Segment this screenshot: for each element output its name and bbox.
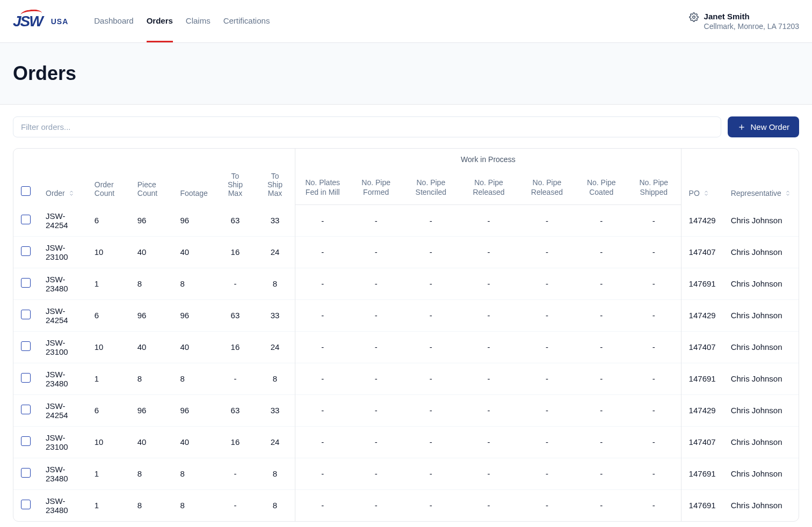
col-pipe-released-2: No. Pipe Released — [518, 170, 576, 205]
cell-piece-count: 96 — [130, 299, 173, 331]
table-row[interactable]: JSW-23480 1 8 8 - 8 - - - - - - - 147691… — [13, 489, 799, 521]
cell-wip: - — [518, 458, 576, 489]
col-po: PO — [689, 189, 700, 197]
col-order-sort[interactable]: Order — [46, 189, 75, 197]
table-row[interactable]: JSW-23100 10 40 40 16 24 - - - - - - - 1… — [13, 236, 799, 268]
cell-wip: - — [402, 205, 460, 237]
table-footer: 0 of 100 row(s) selected. Rows per page … — [13, 522, 799, 527]
nav-item-dashboard[interactable]: Dashboard — [94, 0, 133, 42]
cell-ship1: 16 — [215, 331, 255, 363]
cell-wip: - — [350, 363, 402, 394]
cell-wip: - — [576, 236, 627, 268]
table-row[interactable]: JSW-24254 6 96 96 63 33 - - - - - - - 14… — [13, 394, 799, 426]
cell-wip: - — [518, 363, 576, 394]
cell-wip: - — [627, 205, 681, 237]
col-pipe-shipped: No. Pipe Shipped — [627, 170, 681, 205]
logo-sub-text: USA — [51, 17, 69, 26]
cell-wip: - — [518, 299, 576, 331]
plus-icon — [737, 123, 746, 131]
cell-footage: 96 — [172, 205, 215, 237]
cell-wip: - — [576, 363, 627, 394]
cell-ship1: - — [215, 268, 255, 299]
page-title: Orders — [13, 62, 799, 85]
cell-rep: Chris Johnson — [723, 205, 799, 237]
cell-ship2: 33 — [255, 299, 295, 331]
cell-wip: - — [627, 489, 681, 521]
col-plates-fed: No. Plates Fed in Mill — [295, 170, 350, 205]
cell-wip: - — [350, 426, 402, 458]
cell-wip: - — [627, 394, 681, 426]
cell-piece-count: 8 — [130, 458, 173, 489]
nav-item-certifications[interactable]: Certifications — [223, 0, 270, 42]
new-order-button[interactable]: New Order — [728, 116, 799, 137]
col-pipe-stenciled: No. Pipe Stenciled — [402, 170, 460, 205]
cell-wip: - — [460, 268, 518, 299]
table-row[interactable]: JSW-23480 1 8 8 - 8 - - - - - - - 147691… — [13, 363, 799, 394]
cell-wip: - — [350, 331, 402, 363]
row-checkbox[interactable] — [21, 500, 31, 509]
cell-wip: - — [576, 205, 627, 237]
cell-po: 147429 — [681, 299, 723, 331]
orders-table: Order Order Count Piece Count Footage To… — [13, 149, 799, 521]
cell-wip: - — [402, 426, 460, 458]
row-checkbox[interactable] — [21, 246, 31, 256]
cell-wip: - — [402, 458, 460, 489]
logo-brand: JSW — [13, 13, 42, 30]
cell-wip: - — [518, 489, 576, 521]
row-checkbox[interactable] — [21, 373, 31, 383]
row-checkbox[interactable] — [21, 436, 31, 446]
cell-footage: 8 — [172, 458, 215, 489]
col-pipe-released-1: No. Pipe Released — [460, 170, 518, 205]
table-row[interactable]: JSW-23100 10 40 40 16 24 - - - - - - - 1… — [13, 331, 799, 363]
cell-footage: 96 — [172, 394, 215, 426]
cell-wip: - — [460, 394, 518, 426]
row-checkbox[interactable] — [21, 278, 31, 288]
table-row[interactable]: JSW-24254 6 96 96 63 33 - - - - - - - 14… — [13, 205, 799, 237]
cell-order: JSW-24254 — [38, 299, 87, 331]
cell-footage: 40 — [172, 236, 215, 268]
cell-wip: - — [402, 236, 460, 268]
sort-icon — [785, 190, 791, 196]
cell-wip: - — [627, 426, 681, 458]
cell-wip: - — [460, 489, 518, 521]
cell-footage: 8 — [172, 489, 215, 521]
row-checkbox[interactable] — [21, 310, 31, 319]
row-checkbox[interactable] — [21, 468, 31, 478]
cell-footage: 96 — [172, 299, 215, 331]
cell-wip: - — [627, 299, 681, 331]
logo: JSW USA — [13, 13, 68, 30]
col-rep-sort[interactable]: Representative — [731, 189, 791, 197]
nav-item-claims[interactable]: Claims — [186, 0, 211, 42]
cell-wip: - — [350, 394, 402, 426]
cell-wip: - — [460, 331, 518, 363]
cell-wip: - — [460, 236, 518, 268]
orders-table-wrap: Order Order Count Piece Count Footage To… — [13, 148, 799, 522]
cell-wip: - — [576, 489, 627, 521]
col-piece-count: Piece Count — [130, 149, 173, 205]
table-row[interactable]: JSW-23480 1 8 8 - 8 - - - - - - - 147691… — [13, 458, 799, 489]
cell-wip: - — [402, 331, 460, 363]
col-to-ship-max-2: To Ship Max — [255, 149, 295, 205]
user-location: Cellmark, Monroe, LA 71203 — [704, 21, 799, 31]
col-po-sort[interactable]: PO — [689, 189, 709, 197]
table-row[interactable]: JSW-23480 1 8 8 - 8 - - - - - - - 147691… — [13, 268, 799, 299]
select-all-checkbox[interactable] — [21, 186, 31, 196]
cell-wip: - — [402, 489, 460, 521]
app-header: JSW USA DashboardOrdersClaimsCertificati… — [0, 0, 812, 43]
cell-wip: - — [627, 236, 681, 268]
cell-footage: 8 — [172, 268, 215, 299]
col-pipe-formed: No. Pipe Formed — [350, 170, 402, 205]
cell-wip: - — [295, 489, 350, 521]
nav-item-orders[interactable]: Orders — [147, 0, 173, 42]
col-order-count: Order Count — [87, 149, 130, 205]
table-row[interactable]: JSW-24254 6 96 96 63 33 - - - - - - - 14… — [13, 299, 799, 331]
table-row[interactable]: JSW-23100 10 40 40 16 24 - - - - - - - 1… — [13, 426, 799, 458]
gear-icon[interactable] — [689, 12, 699, 22]
filter-input[interactable] — [13, 116, 721, 137]
cell-ship1: 16 — [215, 426, 255, 458]
row-checkbox[interactable] — [21, 341, 31, 351]
cell-ship2: 8 — [255, 489, 295, 521]
row-checkbox[interactable] — [21, 405, 31, 414]
row-checkbox[interactable] — [21, 215, 31, 224]
cell-wip: - — [350, 458, 402, 489]
